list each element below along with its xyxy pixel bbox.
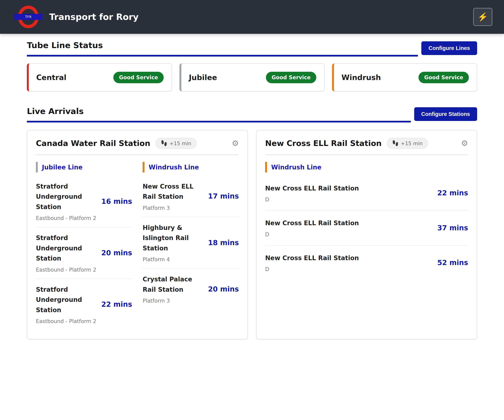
main-content: Tube Line Status Configure Lines Central…	[0, 41, 504, 339]
arrival-time: 18 mins	[208, 239, 239, 247]
arrival-info: Highbury & Islington Rail Station Platfo…	[143, 223, 208, 263]
arrival-time: 20 mins	[101, 249, 132, 257]
roundel-logo-text: TFR	[25, 15, 32, 19]
station-settings-button[interactable]: ⚙	[232, 139, 239, 147]
arrival-platform: D	[265, 266, 433, 272]
walk-time-badge: +15 min	[156, 138, 197, 149]
arrival-platform: Eastbound - Platform 2	[36, 318, 97, 324]
station-card-canada-water: Canada Water Rail Station +15 min ⚙ Jubi…	[27, 130, 248, 339]
arrival-info: New Cross ELL Rail Station D	[265, 183, 437, 203]
arrival-time: 17 mins	[208, 192, 239, 200]
arrival-destination: Stratford Underground Station	[36, 181, 97, 212]
arrival-info: Crystal Palace Rail Station Platform 3	[143, 274, 208, 304]
line-name: Central	[36, 73, 66, 82]
arrival-platform: Eastbound - Platform 2	[36, 215, 97, 221]
arrival-time: 52 mins	[437, 259, 468, 267]
arrival-platform: Platform 3	[143, 298, 204, 304]
arrival-destination: Crystal Palace Rail Station	[143, 274, 204, 295]
station-title: Canada Water Rail Station	[36, 139, 150, 148]
station-card-header: Canada Water Rail Station +15 min ⚙	[36, 138, 239, 149]
line-name: Windrush	[342, 73, 381, 82]
configure-stations-button[interactable]: Configure Stations	[414, 107, 477, 121]
arrival-time: 22 mins	[101, 300, 132, 308]
arrival-info: New Cross ELL Rail Station D	[265, 253, 437, 272]
gear-icon: ⚙	[232, 139, 239, 148]
arrival-destination: New Cross ELL Rail Station	[265, 218, 433, 228]
lightning-button[interactable]: ⚡	[473, 8, 492, 26]
line-column-windrush: Windrush Line New Cross ELL Rail Station…	[265, 160, 468, 280]
station-card-header: New Cross ELL Rail Station +15 min ⚙	[265, 138, 468, 149]
walk-time-badge: +15 min	[387, 138, 428, 149]
status-badge: Good Service	[419, 72, 469, 83]
line-card-central: Central Good Service	[27, 63, 172, 91]
line-color-bar	[36, 162, 38, 172]
app-header: TFR Transport for Rory ⚡	[0, 0, 504, 34]
arrival-destination: New Cross ELL Rail Station	[143, 181, 204, 202]
tube-status-title-underline: Tube Line Status	[27, 41, 418, 57]
status-badge: Good Service	[266, 72, 316, 83]
arrival-destination: Stratford Underground Station	[36, 284, 97, 315]
card-divider	[265, 154, 468, 155]
line-column-label: Jubilee Line	[42, 164, 83, 171]
station-title: New Cross ELL Rail Station	[265, 139, 382, 148]
arrival-row: New Cross ELL Rail Station D 37 mins	[265, 211, 468, 245]
arrival-info: New Cross ELL Rail Station Platform 3	[143, 181, 208, 211]
tfr-roundel-logo: TFR	[14, 5, 42, 29]
live-arrivals-section-header: Live Arrivals Configure Stations	[27, 106, 477, 123]
arrival-time: 37 mins	[437, 224, 468, 232]
arrival-row: New Cross ELL Rail Station D 52 mins	[265, 246, 468, 280]
card-divider	[36, 154, 239, 155]
line-column-header: Windrush Line	[265, 162, 468, 172]
line-card-jubilee: Jubilee Good Service	[180, 63, 324, 91]
arrival-platform: Eastbound - Platform 2	[36, 267, 97, 273]
arrival-destination: New Cross ELL Rail Station	[265, 253, 433, 263]
footprints-icon	[161, 140, 167, 147]
station-card-new-cross-ell: New Cross ELL Rail Station +15 min ⚙ Win…	[256, 130, 477, 339]
line-column-jubilee: Jubilee Line Stratford Underground Stati…	[36, 160, 132, 330]
footprints-icon	[392, 140, 399, 147]
line-column-header: Jubilee Line	[36, 162, 132, 172]
arrival-destination: Highbury & Islington Rail Station	[143, 223, 204, 253]
stations-grid: Canada Water Rail Station +15 min ⚙ Jubi…	[27, 130, 477, 339]
line-name: Jubilee	[189, 73, 217, 82]
status-badge: Good Service	[113, 72, 164, 83]
arrival-row: Stratford Underground Station Eastbound …	[36, 279, 132, 330]
line-column-header: Windrush Line	[143, 162, 239, 172]
arrival-row: New Cross ELL Rail Station Platform 3 17…	[143, 176, 239, 217]
line-column-label: Windrush Line	[149, 164, 199, 171]
app-title: Transport for Rory	[49, 12, 138, 22]
arrival-time: 16 mins	[101, 197, 132, 206]
arrival-destination: Stratford Underground Station	[36, 233, 97, 264]
arrival-info: Stratford Underground Station Eastbound …	[36, 233, 101, 273]
line-color-bar	[265, 162, 267, 172]
line-card-windrush: Windrush Good Service	[332, 63, 477, 91]
tube-status-section-header: Tube Line Status Configure Lines	[27, 41, 477, 57]
arrival-row: Highbury & Islington Rail Station Platfo…	[143, 217, 239, 269]
walk-time-label: +15 min	[169, 141, 191, 146]
arrival-time: 20 mins	[208, 285, 239, 293]
arrival-row: Stratford Underground Station Eastbound …	[36, 176, 132, 227]
line-column-label: Windrush Line	[271, 164, 321, 171]
walk-time-label: +15 min	[401, 141, 423, 146]
arrival-time: 22 mins	[437, 189, 468, 197]
arrival-platform: D	[265, 196, 433, 203]
line-columns: Windrush Line New Cross ELL Rail Station…	[265, 160, 468, 280]
line-color-bar	[143, 162, 144, 172]
configure-lines-button[interactable]: Configure Lines	[421, 41, 477, 55]
tube-status-heading: Tube Line Status	[27, 41, 418, 50]
arrival-row: Stratford Underground Station Eastbound …	[36, 227, 132, 279]
arrival-platform: Platform 3	[143, 205, 204, 211]
arrival-info: New Cross ELL Rail Station D	[265, 218, 437, 237]
arrival-row: Crystal Palace Rail Station Platform 3 2…	[143, 269, 239, 310]
line-status-grid: Central Good Service Jubilee Good Servic…	[27, 63, 477, 91]
arrival-destination: New Cross ELL Rail Station	[265, 183, 433, 194]
gear-icon: ⚙	[461, 139, 468, 148]
station-settings-button[interactable]: ⚙	[461, 139, 468, 147]
live-arrivals-title-underline: Live Arrivals	[27, 106, 411, 123]
arrival-row: New Cross ELL Rail Station D 22 mins	[265, 176, 468, 211]
arrival-info: Stratford Underground Station Eastbound …	[36, 284, 101, 324]
line-column-windrush: Windrush Line New Cross ELL Rail Station…	[143, 160, 239, 330]
lightning-icon: ⚡	[478, 12, 488, 22]
line-columns: Jubilee Line Stratford Underground Stati…	[36, 160, 239, 330]
arrival-platform: Platform 4	[143, 256, 204, 263]
